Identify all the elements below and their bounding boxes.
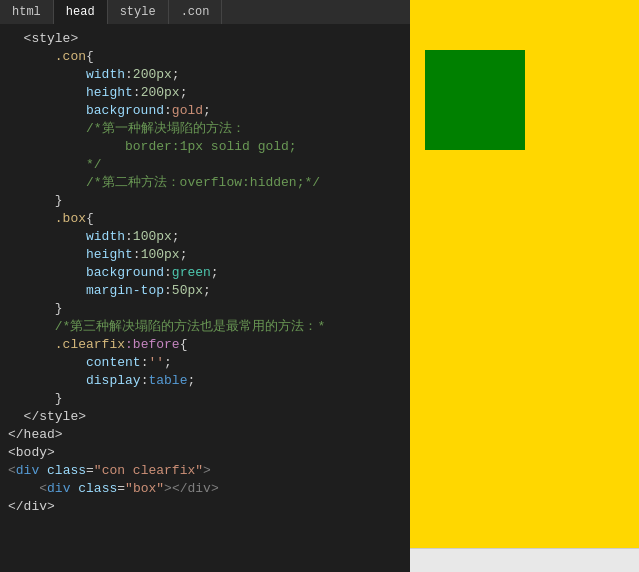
code-line: margin-top:50px; [0, 282, 410, 300]
token-t-plain: : [133, 85, 141, 100]
line-content: /*第一种解决塌陷的方法： [8, 120, 245, 138]
code-line: background:green; [0, 264, 410, 282]
code-line: /*第三种解决塌陷的方法也是最常用的方法：* [0, 318, 410, 336]
token-t-brace: { [86, 49, 94, 64]
token-t-plain: ; [172, 67, 180, 82]
token-t-plain [8, 481, 39, 496]
code-line: .box{ [0, 210, 410, 228]
line-content: .box{ [8, 210, 94, 228]
token-t-prop: margin-top [8, 283, 164, 298]
token-t-plain: } [8, 301, 63, 316]
line-content: background:green; [8, 264, 219, 282]
token-t-plain: ; [164, 355, 172, 370]
line-content: /*第三种解决塌陷的方法也是最常用的方法：* [8, 318, 325, 336]
tab-con[interactable]: .con [169, 0, 223, 24]
token-t-prop: height [8, 85, 133, 100]
token-t-val-num: 200px [141, 85, 180, 100]
token-t-comment: */ [8, 157, 102, 172]
tab-bar: html head style .con [0, 0, 410, 24]
token-t-val-num: 100px [141, 247, 180, 262]
code-line: </style> [0, 408, 410, 426]
token-t-plain: <style> [8, 31, 78, 46]
token-t-prop: content [8, 355, 141, 370]
token-t-comment: /*第三种解决塌陷的方法也是最常用的方法：* [8, 319, 325, 334]
tab-html[interactable]: html [0, 0, 54, 24]
line-content: height:200px; [8, 84, 187, 102]
token-t-plain: } [8, 391, 63, 406]
line-content: .clearfix:before{ [8, 336, 187, 354]
token-t-comment: border:1px solid gold; [8, 139, 297, 154]
line-content: </style> [8, 408, 86, 426]
token-t-attr: class [47, 463, 86, 478]
line-content: */ [8, 156, 102, 174]
token-t-brace: { [86, 211, 94, 226]
tab-head-label: head [66, 5, 95, 19]
code-line: } [0, 390, 410, 408]
token-t-plain: : [164, 283, 172, 298]
code-line: <style> [0, 30, 410, 48]
code-line: } [0, 300, 410, 318]
line-content: } [8, 192, 63, 210]
token-t-lt: > [203, 463, 211, 478]
line-content: <style> [8, 30, 78, 48]
token-t-lt: ></div> [164, 481, 219, 496]
token-t-val-num: 50px [172, 283, 203, 298]
line-content: border:1px solid gold; [8, 138, 297, 156]
token-t-plain [39, 463, 47, 478]
preview-inner [410, 50, 639, 572]
code-line: <div class="con clearfix"> [0, 462, 410, 480]
token-t-class: .clearfix [8, 337, 125, 352]
line-content: } [8, 300, 63, 318]
token-t-tag: div [16, 463, 39, 478]
code-line: .clearfix:before{ [0, 336, 410, 354]
token-t-prop: background [8, 103, 164, 118]
tab-style[interactable]: style [108, 0, 169, 24]
preview-panel [410, 0, 639, 572]
token-t-attr: class [78, 481, 117, 496]
token-t-plain: </style> [8, 409, 86, 424]
code-line: height:200px; [0, 84, 410, 102]
tab-html-label: html [12, 5, 41, 19]
line-content: margin-top:50px; [8, 282, 211, 300]
token-t-plain: = [86, 463, 94, 478]
line-content: <div class="box"></div> [8, 480, 219, 498]
code-line: display:table; [0, 372, 410, 390]
token-t-prop: height [8, 247, 133, 262]
token-t-plain: : [125, 67, 133, 82]
token-t-keyword: table [148, 373, 187, 388]
code-line: border:1px solid gold; [0, 138, 410, 156]
token-t-string: '' [148, 355, 164, 370]
line-content: </div> [8, 498, 55, 516]
preview-box [425, 50, 525, 150]
code-line: height:100px; [0, 246, 410, 264]
line-content: } [8, 390, 63, 408]
line-content: display:table; [8, 372, 195, 390]
token-t-plain: : [133, 247, 141, 262]
token-t-plain: ; [203, 283, 211, 298]
line-content: width:200px; [8, 66, 180, 84]
token-t-tag: div [47, 481, 70, 496]
token-t-plain: ; [211, 265, 219, 280]
token-t-plain: </head> [8, 427, 63, 442]
code-line: width:200px; [0, 66, 410, 84]
tab-con-label: .con [181, 5, 210, 19]
code-line: <div class="box"></div> [0, 480, 410, 498]
tab-style-label: style [120, 5, 156, 19]
token-t-comment: /*第一种解决塌陷的方法： [8, 121, 245, 136]
token-t-comment: /*第二种方法：overflow:hidden;*/ [8, 175, 320, 190]
token-t-plain: ; [180, 85, 188, 100]
line-content: .con{ [8, 48, 94, 66]
token-t-plain: ; [203, 103, 211, 118]
tab-head[interactable]: head [54, 0, 108, 24]
line-content: content:''; [8, 354, 172, 372]
token-t-lt: < [39, 481, 47, 496]
token-t-plain: : [125, 229, 133, 244]
token-t-lt: < [8, 463, 16, 478]
code-editor[interactable]: <style> .con{ width:200px; height:200px;… [0, 24, 410, 572]
code-line: </div> [0, 498, 410, 516]
code-line: } [0, 192, 410, 210]
line-content: background:gold; [8, 102, 211, 120]
code-line: </head> [0, 426, 410, 444]
token-t-prop: width [8, 67, 125, 82]
token-t-plain: : [164, 265, 172, 280]
